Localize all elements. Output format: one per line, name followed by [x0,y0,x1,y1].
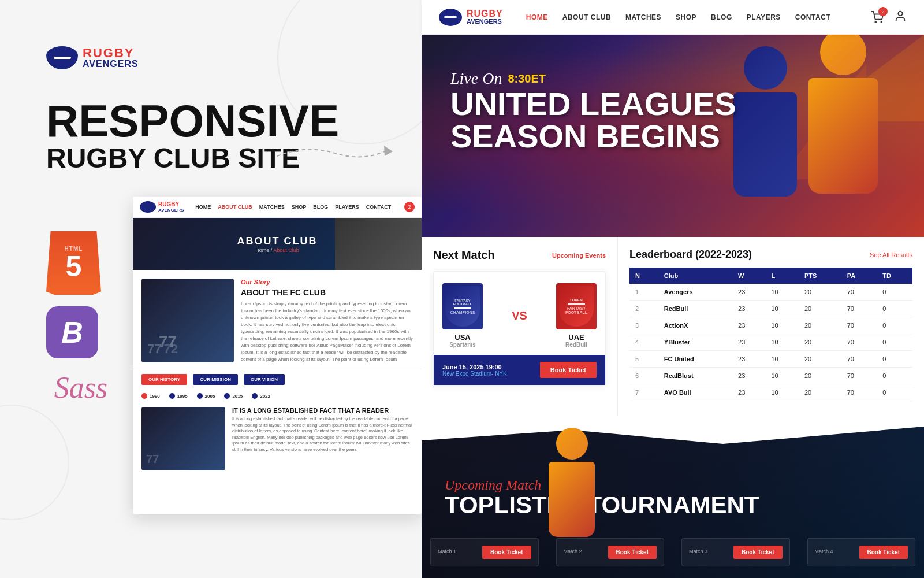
small-cart-icon[interactable]: 2 [404,202,415,212]
nav-shop-small[interactable]: SHOP [292,204,307,210]
team1-name: USA Spartams [442,333,483,348]
nav-matches-small[interactable]: MATCHES [259,204,285,210]
timeline-2005: 2005 [197,393,215,399]
table-row: 6 RealBlust 23 10 20 70 0 [629,368,912,384]
team2-name: UAE RedBull [556,333,597,348]
nav-blog[interactable]: BLOG [711,13,732,21]
dot-2005 [197,393,203,399]
svg-point-3 [898,11,902,15]
cell-td: 0 [877,334,912,351]
team1-country: USA [442,333,483,342]
upcoming-events-link[interactable]: Upcoming Events [552,252,606,259]
timeline-2015: 2015 [224,393,243,399]
player-numbers: 77 72 [147,342,228,357]
cell-club: FC United [658,351,732,368]
cell-w: 23 [732,317,765,334]
usa-shield-inner: FANTASY FOOTBALL CHAMPIONS [445,286,480,327]
nav-home[interactable]: HOME [526,13,548,21]
main-logo: RUGBY AVENGERS [439,9,503,26]
about-breadcrumb: Home / About Club [255,247,299,253]
about-content: 77 72 Our Story ABOUT THE FC CLUB Lorem … [133,270,422,369]
mini-book-btn-4[interactable]: Book Ticket [859,546,908,559]
cell-td: 0 [877,368,912,384]
cell-pts: 20 [799,384,841,401]
table-row: 1 Avengers 23 10 20 70 0 [629,284,912,301]
small-logo-text: RUGBY AVENGERS [158,201,184,213]
next-match-title: Next Match [433,249,495,262]
cell-pts: 20 [799,368,841,384]
team1-block: FANTASY FOOTBALL CHAMPIONS USA Spartams [442,283,483,348]
book-ticket-button[interactable]: Book Ticket [540,362,597,378]
nav-matches[interactable]: MATCHES [625,13,661,21]
table-row: 7 AVO Bull 23 10 20 70 0 [629,384,912,401]
col-l: L [766,268,799,284]
player2-helmet [744,46,787,90]
col-pts: PTS [799,268,841,284]
user-icon[interactable] [894,10,907,25]
svg-marker-0 [384,146,393,156]
bottom-match-cards: Match 1 Book Ticket Match 2 Book Ticket … [422,538,924,566]
about-tabs[interactable]: OUR HISTORY OUR MISSION OUR VISION [133,369,422,390]
nav-about-club[interactable]: ABOUT CLUB [562,13,611,21]
mini-book-btn-2[interactable]: Book Ticket [608,546,657,559]
table-row: 3 ActionX 23 10 20 70 0 [629,317,912,334]
team2-badge-sub: FANTASY FOOTBALL [562,306,590,314]
nav-players[interactable]: PLAYERS [747,13,781,21]
tab-our-mission[interactable]: OUR MISSION [193,374,238,385]
player-helmet [820,35,866,75]
dp1-body [549,462,595,537]
nav-contact-small[interactable]: CONTACT [366,204,391,210]
history-image: 77 [141,407,225,470]
nav-about-small[interactable]: ABOUT CLUB [218,204,252,210]
mini-match-card-1: Match 1 Book Ticket [430,538,539,566]
nav-shop[interactable]: SHOP [676,13,696,21]
history-title: IT IS A LONG ESTABLISHED FACT THAT A REA… [232,407,413,414]
leaderboard-table: N Club W L PTS PA TD 1 Avengers 23 10 20… [629,268,912,401]
nav-contact[interactable]: CONTACT [795,13,830,21]
cell-club: RedBull [658,301,732,317]
nav-blog-small[interactable]: BLOG [313,204,328,210]
history-text: IT IS A LONG ESTABLISHED FACT THAT A REA… [232,407,413,470]
team2-block: LOREM FANTASY FOOTBALL UAE RedBull [556,283,597,348]
headline-responsive: RESPONSIVE [46,98,339,143]
cell-pa: 70 [841,334,877,351]
nav-players-small[interactable]: PLAYERS [335,204,359,210]
nav-home-small[interactable]: HOME [195,204,211,210]
cell-w: 23 [732,384,765,401]
hero-title-line2: SEASON BEGINS [450,120,736,153]
main-nav[interactable]: HOME ABOUT CLUB MATCHES SHOP BLOG PLAYER… [526,13,830,21]
small-nav[interactable]: HOME ABOUT CLUB MATCHES SHOP BLOG PLAYER… [195,204,391,210]
dashed-arrow-icon [271,139,398,173]
cart-button[interactable]: 2 [869,9,885,25]
timeline-1995: 1995 [169,393,188,399]
uae-shield-inner: LOREM FANTASY FOOTBALL [559,286,594,327]
bootstrap-letter: B [61,315,83,350]
cell-pts: 20 [799,351,841,368]
tab-our-history[interactable]: OUR HISTORY [141,374,187,385]
match-teams: FANTASY FOOTBALL CHAMPIONS USA Spartams … [442,283,597,348]
cell-w: 23 [732,368,765,384]
mini-team-info-3: Match 3 [689,549,707,557]
cell-l: 10 [766,368,799,384]
shield-divider [454,307,471,309]
next-match-header: Next Match Upcoming Events [433,249,606,262]
nav-icons: 2 [869,9,907,25]
mini-match-card-3: Match 3 Book Ticket [681,538,790,566]
cell-club: ActionX [658,317,732,334]
col-pa: PA [841,268,877,284]
tab-our-vision[interactable]: OUR VISION [244,374,285,385]
live-time: 8:30ET [508,72,546,86]
match-datetime-venue: June 15, 2025 19:00 New Expo Stadium- NY… [442,364,507,377]
see-all-results-link[interactable]: See All Results [870,251,912,258]
bg-circle-2 [0,405,69,520]
cell-pa: 70 [841,368,877,384]
about-hero-image [335,218,422,270]
mini-book-btn-1[interactable]: Book Ticket [482,546,531,559]
cell-td: 0 [877,317,912,334]
timeline-1990: 1990 [141,393,160,399]
small-logo: RUGBY AVENGERS [140,201,184,213]
cell-n: 5 [629,351,658,368]
leaderboard-header: Leaderboard (2022-2023) See All Results [629,249,912,261]
mini-book-btn-3[interactable]: Book Ticket [733,546,783,559]
shield-divider2 [568,303,585,305]
